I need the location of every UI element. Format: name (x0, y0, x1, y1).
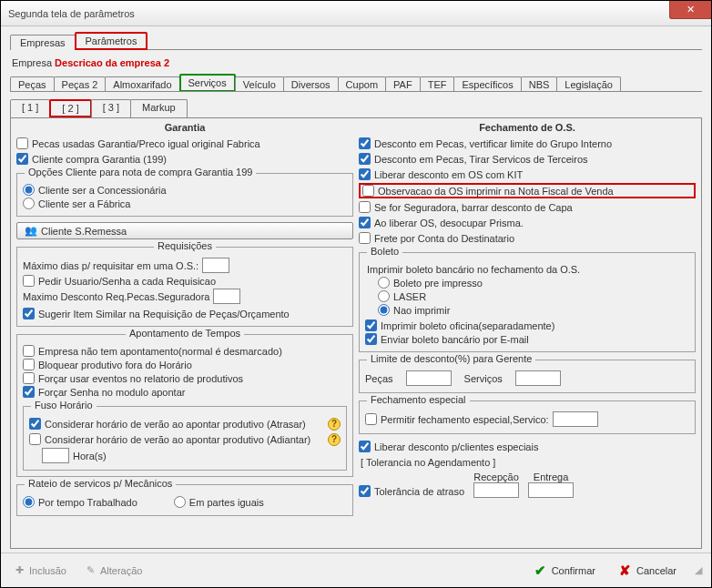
chk-sugerir-item[interactable]: Sugerir Item Similar na Requisição de Pe… (23, 307, 347, 320)
row-limite: Peças Serviços (365, 370, 689, 387)
tab-parametros[interactable]: Parâmetros (75, 32, 148, 50)
tab-empresas[interactable]: Empresas (10, 35, 76, 50)
radio-partes-iguais[interactable]: Em partes iguais (174, 495, 264, 509)
legend-boleto: Boleto (367, 246, 402, 257)
content-area: Empresas Parâmetros Empresa Descricao da… (1, 26, 711, 553)
chk-forcar-senha[interactable]: Forçar Senha no modulo apontar (23, 385, 347, 399)
input-max-dias[interactable] (202, 258, 229, 273)
group-boleto: Boleto Imprimir boleto bancário no fecha… (359, 252, 696, 352)
subtab-paf[interactable]: PAF (385, 76, 421, 92)
subtab-nbs[interactable]: NBS (521, 76, 558, 92)
chk-bloquear-produtivo[interactable]: Bloquear produtivo fora do Horário (23, 358, 347, 371)
boleto-line: Imprimir boleto bancário no fechamento d… (365, 262, 689, 276)
chk-pedir-usuario[interactable]: Pedir Usuario/Senha a cada Requisicao (23, 274, 347, 288)
chk-adiantar[interactable]: Considerar horário de verão ao apontar p… (29, 432, 324, 446)
subtab-pecas2[interactable]: Peças 2 (54, 76, 107, 92)
help-icon[interactable]: ? (328, 418, 341, 431)
subtab-servicos[interactable]: Serviços (179, 74, 236, 92)
chk-frete-destinatario[interactable]: Frete por Conta do Destinatario (359, 231, 696, 245)
subtab-cupom[interactable]: Cupom (338, 76, 386, 92)
subtab-pecas[interactable]: Peças (10, 76, 55, 92)
row-tolerancia: Tolerância de atraso Recepção Entrega (359, 471, 696, 499)
group-apontamento: Apontamento de Tempos Empresa não tem ap… (16, 334, 353, 477)
input-entrega[interactable] (528, 482, 574, 498)
input-recepcao[interactable] (473, 482, 519, 498)
subtab-almoxarifado[interactable]: Almoxarifado (105, 76, 179, 92)
radio-laser[interactable]: LASER (378, 289, 689, 303)
empresa-label: Empresa (12, 57, 52, 68)
input-horas[interactable] (42, 448, 69, 463)
chk-observacao-nf[interactable]: Observacao da OS imprimir na Nota Fiscal… (359, 183, 696, 198)
people-icon: 👥 (25, 225, 37, 237)
radio-por-tempo[interactable]: Por tempo Trabalhado (23, 495, 137, 509)
row-adiantar: Considerar horário de verão ao apontar p… (29, 431, 341, 447)
edit-icon: ✎ (86, 564, 95, 576)
legend-rateio: Rateio de servicos p/ Mecânicos (25, 478, 176, 489)
input-limite-pecas[interactable] (406, 370, 452, 386)
chk-liberar-kit[interactable]: Liberar desconto em OS com KIT (359, 167, 696, 181)
chk-desc-terceiros[interactable]: Desconto em Pecas, Tirar Servicos de Ter… (359, 152, 696, 166)
subtab-diversos[interactable]: Diversos (283, 76, 339, 92)
check-icon: ✔ (534, 563, 546, 579)
chk-pecas-garantia[interactable]: Pecas usadas Garantia/Preco igual origin… (16, 137, 353, 150)
row-max-dias: Máximo dias p/ requisitar em uma O.S.: (23, 257, 347, 274)
radio-pre-impresso[interactable]: Boleto pre impresso (378, 276, 689, 289)
resize-grip-icon[interactable]: ◢ (695, 564, 702, 576)
group-fuso: Fuso Horário Considerar horário de verão… (23, 406, 347, 471)
chk-desocupar-prisma[interactable]: Ao liberar OS, desocupar Prisma. (359, 216, 696, 229)
titlebar: Segunda tela de parâmetros ✕ (1, 1, 711, 26)
radio-concessionaria[interactable]: Cliente ser a Concessionária (23, 183, 347, 197)
btn-cancelar[interactable]: ✘ Cancelar (614, 560, 682, 582)
chk-imprimir-oficina[interactable]: Imprimir boleto oficina(separadamente) (365, 319, 689, 332)
label-entrega: Entrega (534, 471, 569, 482)
btn-inclusao[interactable]: ✚ Inclusão (10, 562, 72, 579)
chk-permitir-fech[interactable]: Permitir fechamento especial,Servico: (365, 412, 549, 426)
empresa-line: Empresa Descricao da empresa 2 (10, 54, 702, 74)
row-atrasar: Considerar horário de verão ao apontar p… (29, 416, 341, 431)
group-requisicoes: Requisições Máximo dias p/ requisitar em… (16, 247, 353, 327)
radio-nao-imprimir[interactable]: Nao imprimir (378, 303, 689, 317)
chk-cliente-garantia[interactable]: Cliente compra Garantia (199) (16, 152, 353, 166)
input-limite-servicos[interactable] (515, 370, 561, 386)
numtab-markup[interactable]: Markup (130, 99, 188, 117)
close-button[interactable]: ✕ (669, 1, 711, 19)
plus-icon: ✚ (15, 564, 24, 576)
btn-alteracao[interactable]: ✎ Alteração (81, 562, 147, 579)
window-title: Segunda tela de parâmetros (8, 8, 135, 19)
chk-sem-apontamento[interactable]: Empresa não tem apontamento(normal é des… (23, 344, 347, 358)
input-fech-servico[interactable] (553, 411, 598, 427)
chk-desc-grupo[interactable]: Desconto em Pecas, vertificar limite do … (359, 137, 696, 150)
chk-enviar-email[interactable]: Enviar boleto bancário por E-mail (365, 332, 689, 346)
group-opcoes-cliente: Opções Cliente para nota de compra Garan… (16, 173, 353, 217)
subtab-especificos[interactable]: Específicos (453, 76, 521, 92)
radio-fabrica[interactable]: Cliente ser a Fábrica (23, 197, 347, 210)
input-max-desconto[interactable] (213, 289, 240, 304)
sub-tab-row: Peças Peças 2 Almoxarifado Serviços Veíc… (10, 74, 702, 92)
numtab-2[interactable]: [ 2 ] (49, 99, 91, 117)
group-limite-desconto: Limite de desconto(%) para Gerente Peças… (359, 360, 696, 393)
chk-atrasar[interactable]: Considerar horário de verão ao apontar p… (29, 417, 324, 431)
footer-left: ✚ Inclusão ✎ Alteração (10, 562, 147, 579)
help-icon[interactable]: ? (328, 433, 341, 446)
subtab-veiculo[interactable]: Veículo (235, 76, 284, 92)
close-icon: ✕ (687, 4, 695, 15)
right-column: Fechamento de O.S. Desconto em Pecas, ve… (359, 122, 696, 542)
btn-cliente-remessa[interactable]: 👥 Cliente S.Remessa (16, 222, 353, 239)
num-tab-row: [ 1 ] [ 2 ] [ 3 ] Markup (10, 99, 702, 117)
chk-seguradora-capa[interactable]: Se for Seguradora, barrar desconto de Ca… (359, 200, 696, 214)
chk-forcar-eventos[interactable]: Forçar usar eventos no relatorio de prod… (23, 371, 347, 385)
main-panel: Garantia Pecas usadas Garantia/Preco igu… (10, 117, 702, 549)
chk-tolerancia-atraso[interactable]: Tolerância de atraso (359, 484, 464, 498)
footer-bar: ✚ Inclusão ✎ Alteração ✔ Confirmar ✘ Can… (1, 553, 711, 587)
subtab-underline (10, 91, 702, 92)
chk-liberar-clientes[interactable]: Liberar desconto p/clientes especiais (359, 440, 696, 453)
subtab-tef[interactable]: TEF (420, 76, 455, 92)
subtab-legislacao[interactable]: Legislação (556, 76, 621, 92)
cancel-icon: ✘ (619, 563, 631, 579)
btn-confirmar[interactable]: ✔ Confirmar (529, 560, 601, 582)
numtab-3[interactable]: [ 3 ] (91, 99, 131, 117)
label-recepcao: Recepção (473, 471, 519, 482)
header-garantia: Garantia (16, 122, 353, 133)
row-horas: Hora(s) (42, 447, 341, 464)
numtab-1[interactable]: [ 1 ] (10, 99, 50, 117)
